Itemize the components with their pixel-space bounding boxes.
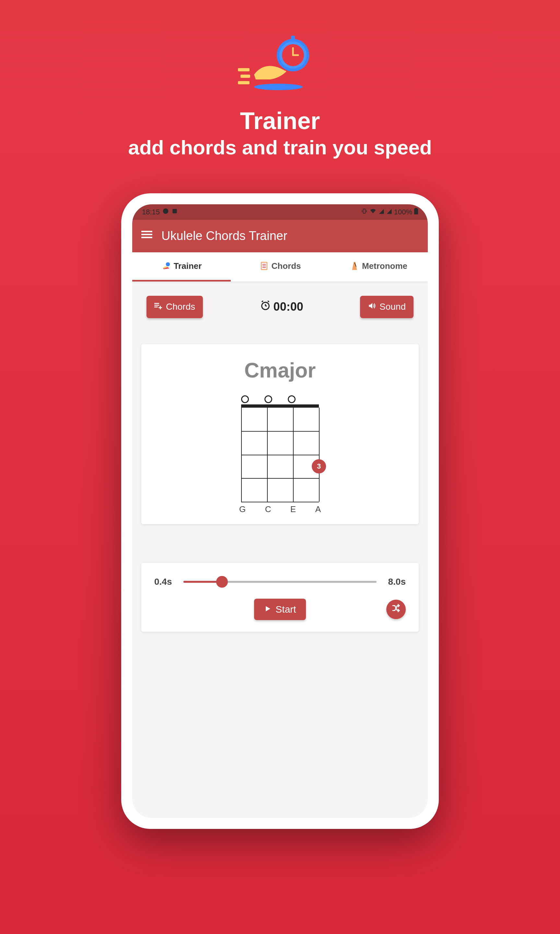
wifi-icon — [369, 208, 377, 216]
android-status-bar: 18:15 — [132, 204, 428, 220]
signal-icon — [378, 208, 385, 216]
string-label: E — [290, 504, 296, 514]
svg-point-6 — [254, 84, 303, 90]
svg-rect-16 — [415, 208, 417, 208]
phone-frame: 18:15 — [121, 193, 439, 829]
tab-chords[interactable]: Chords — [231, 252, 329, 282]
trainer-icon — [162, 261, 171, 271]
finger-position: 3 — [312, 459, 326, 473]
header-title: Trainer — [240, 107, 320, 134]
svg-point-20 — [166, 262, 170, 267]
fretboard: 3 — [241, 404, 319, 502]
app-title: Ukulele Chords Trainer — [162, 229, 288, 243]
open-string-indicator — [288, 395, 295, 403]
svg-line-36 — [268, 301, 269, 302]
alarm-icon — [260, 300, 271, 314]
sound-button[interactable]: Sound — [360, 296, 414, 318]
sound-label: Sound — [380, 302, 406, 312]
bottom-actions: Start — [154, 599, 406, 620]
open-strings-row — [241, 395, 319, 403]
tab-trainer-label: Trainer — [174, 261, 202, 271]
battery-percent: 100% — [394, 208, 412, 216]
svg-point-10 — [163, 208, 169, 214]
svg-line-35 — [262, 301, 263, 302]
metronome-icon — [350, 261, 359, 271]
open-string-indicator — [241, 395, 249, 403]
tab-chords-label: Chords — [272, 261, 301, 271]
bottom-controls-card: 0.4s 8.0s Start — [141, 563, 419, 632]
tabs: Trainer Chords Metronome — [132, 252, 428, 282]
phone-screen: 18:15 — [132, 204, 428, 818]
svg-rect-29 — [154, 307, 158, 307]
svg-rect-12 — [363, 209, 365, 213]
app-bar: Ukulele Chords Trainer — [132, 220, 428, 252]
svg-rect-7 — [238, 68, 249, 71]
chords-icon — [259, 261, 269, 271]
string-label: A — [315, 504, 321, 514]
shuffle-button[interactable] — [386, 600, 406, 619]
chord-card: Cmajor 3 — [141, 344, 419, 524]
playlist-add-icon — [154, 302, 163, 312]
svg-rect-8 — [240, 75, 250, 78]
svg-rect-31 — [158, 307, 162, 308]
add-chords-button[interactable]: Chords — [146, 296, 203, 318]
svg-rect-17 — [141, 231, 152, 232]
svg-rect-9 — [238, 81, 249, 84]
start-button[interactable]: Start — [254, 599, 306, 620]
string-label: G — [239, 504, 246, 514]
speed-slider-row: 0.4s 8.0s — [154, 576, 406, 587]
add-chords-label: Chords — [166, 302, 195, 312]
chord-diagram: 3 G C E A — [231, 395, 329, 514]
tab-metronome-label: Metronome — [362, 261, 408, 271]
slider-thumb[interactable] — [216, 576, 228, 588]
string-label: C — [265, 504, 271, 514]
svg-rect-19 — [141, 237, 152, 238]
notification-icon — [171, 208, 178, 216]
timer-display: 00:00 — [260, 300, 303, 314]
tab-metronome[interactable]: Metronome — [329, 252, 428, 282]
shuffle-icon — [391, 603, 401, 615]
play-icon — [264, 604, 272, 615]
svg-rect-18 — [141, 234, 152, 235]
signal-icon-2 — [386, 208, 392, 216]
whatsapp-icon — [162, 208, 169, 216]
finger-number: 3 — [317, 462, 321, 470]
svg-rect-27 — [154, 303, 159, 304]
header-illustration — [238, 32, 322, 97]
volume-icon — [368, 302, 376, 312]
chord-name: Cmajor — [245, 358, 316, 382]
svg-rect-28 — [154, 305, 159, 305]
battery-icon — [414, 208, 418, 216]
header-subtitle: add chords and train you speed — [128, 134, 432, 161]
tab-trainer[interactable]: Trainer — [132, 252, 231, 282]
slider-min-label: 0.4s — [154, 576, 177, 587]
toolbar-row: Chords 00:00 Sound — [132, 282, 428, 328]
vibrate-icon — [361, 208, 368, 216]
hamburger-menu-icon[interactable] — [141, 229, 152, 243]
start-label: Start — [275, 604, 296, 615]
svg-rect-11 — [172, 209, 177, 213]
svg-rect-3 — [291, 35, 295, 42]
open-string-indicator — [265, 395, 272, 403]
status-time: 18:15 — [142, 208, 160, 216]
svg-rect-15 — [414, 208, 418, 214]
timer-value: 00:00 — [274, 300, 303, 314]
speed-slider[interactable] — [183, 581, 377, 583]
slider-max-label: 8.0s — [383, 576, 406, 587]
string-labels: G C E A — [239, 504, 321, 514]
